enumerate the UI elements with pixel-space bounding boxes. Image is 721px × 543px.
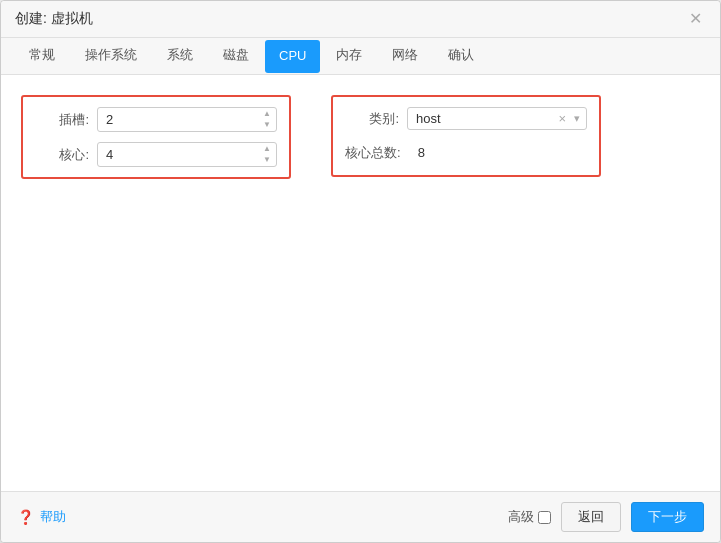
sockets-increment[interactable]: ▲ — [259, 109, 275, 120]
sockets-row: 插槽: ▲ ▼ — [35, 107, 277, 132]
type-select[interactable]: host × ▾ — [407, 107, 587, 130]
cores-row: 核心: ▲ ▼ — [35, 142, 277, 167]
type-clear-icon[interactable]: × — [556, 111, 568, 126]
total-cores-row: 核心总数: 8 — [345, 140, 587, 165]
cores-label: 核心: — [35, 146, 89, 164]
cores-input[interactable] — [97, 142, 277, 167]
sockets-cores-section: 插槽: ▲ ▼ 核心: ▲ — [21, 95, 291, 179]
type-row: 类别: host × ▾ — [345, 107, 587, 130]
total-cores-label: 核心总数: — [345, 144, 401, 162]
help-icon: ❓ — [17, 509, 34, 525]
next-button[interactable]: 下一步 — [631, 502, 704, 532]
back-button[interactable]: 返回 — [561, 502, 621, 532]
type-dropdown-icon[interactable]: ▾ — [572, 112, 582, 125]
type-section: 类别: host × ▾ 核心总数: 8 — [331, 95, 601, 177]
tab-network[interactable]: 网络 — [378, 38, 432, 74]
advanced-checkbox[interactable] — [538, 511, 551, 524]
sockets-input-wrap: ▲ ▼ — [97, 107, 277, 132]
dialog-footer: ❓ 帮助 高级 返回 下一步 — [1, 491, 720, 542]
advanced-text: 高级 — [508, 508, 534, 526]
tab-general[interactable]: 常规 — [15, 38, 69, 74]
tab-cpu[interactable]: CPU — [265, 40, 320, 73]
cores-increment[interactable]: ▲ — [259, 144, 275, 155]
type-value: host — [416, 111, 552, 126]
tab-system[interactable]: 系统 — [153, 38, 207, 74]
cores-spinner: ▲ ▼ — [259, 142, 275, 167]
tab-bar: 常规 操作系统 系统 磁盘 CPU 内存 网络 确认 — [1, 38, 720, 75]
main-content: 插槽: ▲ ▼ 核心: ▲ — [1, 75, 720, 491]
cores-input-wrap: ▲ ▼ — [97, 142, 277, 167]
advanced-label: 高级 — [508, 508, 551, 526]
tab-disk[interactable]: 磁盘 — [209, 38, 263, 74]
close-button[interactable]: ✕ — [685, 9, 706, 29]
help-section: ❓ 帮助 — [17, 508, 66, 526]
total-cores-value: 8 — [409, 140, 449, 165]
type-label: 类别: — [345, 110, 399, 128]
sockets-spinner: ▲ ▼ — [259, 107, 275, 132]
tab-memory[interactable]: 内存 — [322, 38, 376, 74]
help-button[interactable]: 帮助 — [40, 508, 66, 526]
sockets-decrement[interactable]: ▼ — [259, 120, 275, 131]
cores-decrement[interactable]: ▼ — [259, 155, 275, 166]
dialog-title: 创建: 虚拟机 — [15, 10, 93, 28]
sockets-input[interactable] — [97, 107, 277, 132]
action-buttons: 高级 返回 下一步 — [508, 502, 704, 532]
cpu-form: 插槽: ▲ ▼ 核心: ▲ — [21, 95, 700, 179]
create-vm-dialog: 创建: 虚拟机 ✕ 常规 操作系统 系统 磁盘 CPU 内存 网络 确认 插槽:… — [0, 0, 721, 543]
title-bar: 创建: 虚拟机 ✕ — [1, 1, 720, 38]
tab-confirm[interactable]: 确认 — [434, 38, 488, 74]
tab-os[interactable]: 操作系统 — [71, 38, 151, 74]
sockets-label: 插槽: — [35, 111, 89, 129]
